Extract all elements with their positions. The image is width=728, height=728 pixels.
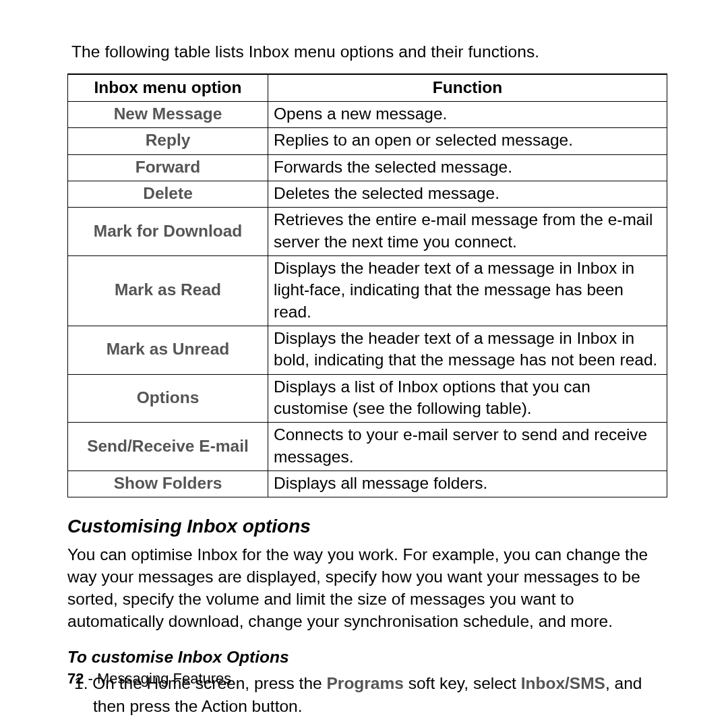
function-cell: Connects to your e-mail server to send a…: [268, 423, 667, 471]
softkey-inbox-sms: Inbox/SMS: [521, 674, 605, 692]
table-row: Send/Receive E-mail Connects to your e-m…: [68, 423, 667, 471]
footer-section: - Messaging Features: [84, 670, 231, 687]
option-cell: Forward: [68, 154, 268, 181]
table-header-row: Inbox menu option Function: [68, 74, 667, 102]
function-cell: Displays a list of Inbox options that yo…: [268, 374, 667, 423]
function-cell: Displays the header text of a message in…: [268, 326, 667, 375]
intro-text: The following table lists Inbox menu opt…: [71, 40, 667, 63]
option-cell: New Message: [68, 102, 268, 128]
page-number: 72: [67, 670, 84, 687]
function-cell: Replies to an open or selected message.: [268, 128, 667, 154]
function-cell: Displays the header text of a message in…: [268, 256, 667, 326]
option-cell: Mark as Unread: [68, 326, 268, 375]
section-body: You can optimise Inbox for the way you w…: [67, 543, 667, 632]
option-cell: Options: [68, 374, 268, 423]
function-cell: Displays all message folders.: [268, 471, 667, 497]
softkey-programs: Programs: [327, 674, 404, 692]
header-function: Function: [268, 74, 667, 102]
page-footer: 72 - Messaging Features: [67, 669, 231, 689]
section-heading: Customising Inbox options: [67, 514, 667, 539]
header-option: Inbox menu option: [68, 74, 268, 102]
table-row: Mark as Read Displays the header text of…: [68, 256, 667, 326]
inbox-options-table: Inbox menu option Function New Message O…: [67, 73, 667, 497]
function-cell: Deletes the selected message.: [268, 181, 667, 208]
table-row: Show Folders Displays all message folder…: [68, 471, 667, 497]
table-row: Mark for Download Retrieves the entire e…: [68, 208, 667, 256]
step-1-mid: soft key, select: [404, 674, 521, 692]
table-row: Reply Replies to an open or selected mes…: [68, 128, 667, 154]
function-cell: Forwards the selected message.: [268, 154, 667, 181]
option-cell: Mark for Download: [68, 208, 268, 256]
table-row: New Message Opens a new message.: [68, 102, 667, 128]
option-cell: Mark as Read: [68, 256, 268, 326]
option-cell: Delete: [68, 181, 268, 208]
subsection-heading: To customise Inbox Options: [67, 646, 667, 668]
table-row: Delete Deletes the selected message.: [68, 181, 667, 208]
table-row: Forward Forwards the selected message.: [68, 154, 667, 181]
function-cell: Opens a new message.: [268, 102, 667, 128]
option-cell: Show Folders: [68, 471, 268, 497]
option-cell: Reply: [68, 128, 268, 154]
table-row: Mark as Unread Displays the header text …: [68, 326, 667, 375]
function-cell: Retrieves the entire e-mail message from…: [268, 208, 667, 256]
table-row: Options Displays a list of Inbox options…: [68, 374, 667, 423]
option-cell: Send/Receive E-mail: [68, 423, 268, 471]
